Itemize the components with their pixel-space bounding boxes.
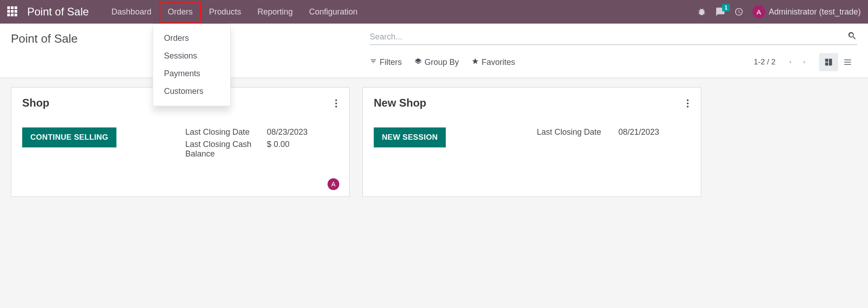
star-icon <box>472 58 479 67</box>
nav-item-configuration[interactable]: Configuration <box>301 2 366 22</box>
top-navbar: Point of Sale Dashboard Orders Products … <box>0 0 868 24</box>
info-value: 08/23/2023 <box>267 127 338 137</box>
dropdown-item-payments[interactable]: Payments <box>153 65 230 83</box>
pager-text[interactable]: 1-2 / 2 <box>754 58 776 67</box>
pager-prev[interactable] <box>785 57 796 68</box>
filters-button[interactable]: Filters <box>370 58 402 67</box>
user-menu[interactable]: A Administrator (test_trade) <box>752 5 861 18</box>
groupby-label: Group By <box>424 58 459 67</box>
nav-item-orders[interactable]: Orders <box>159 2 201 22</box>
new-session-button[interactable]: NEW SESSION <box>374 127 446 147</box>
app-brand[interactable]: Point of Sale <box>27 5 89 18</box>
svg-point-4 <box>687 103 689 104</box>
svg-point-5 <box>687 106 689 108</box>
user-label: Administrator (test_trade) <box>769 7 861 17</box>
debug-icon[interactable] <box>697 7 706 16</box>
nav-item-reporting[interactable]: Reporting <box>249 2 301 22</box>
info-value: 08/21/2023 <box>618 127 690 137</box>
dropdown-item-orders[interactable]: Orders <box>153 29 230 47</box>
search-icon[interactable] <box>847 31 857 43</box>
svg-point-2 <box>335 106 337 108</box>
activity-clock-icon[interactable] <box>734 7 743 16</box>
info-value: $ 0.00 <box>267 140 338 159</box>
avatar: A <box>752 5 765 18</box>
layers-icon <box>415 58 422 67</box>
card-avatar[interactable]: A <box>328 178 339 190</box>
svg-point-3 <box>687 99 689 101</box>
navbar-right: 1 A Administrator (test_trade) <box>697 5 861 18</box>
filters-label: Filters <box>380 58 402 67</box>
messages-badge: 1 <box>722 4 730 11</box>
nav-item-dashboard[interactable]: Dashboard <box>103 2 159 22</box>
card-menu-icon[interactable] <box>683 96 693 113</box>
card-menu-icon[interactable] <box>331 96 341 113</box>
dropdown-item-sessions[interactable]: Sessions <box>153 47 230 65</box>
kanban-area: Shop CONTINUE SELLING Last Closing Date … <box>0 78 868 206</box>
card-title: New Shop <box>374 97 690 109</box>
control-panel: Point of Sale Filters Group By Fav <box>0 24 868 78</box>
funnel-icon <box>370 58 377 67</box>
continue-selling-button[interactable]: CONTINUE SELLING <box>22 127 116 147</box>
info-label: Last Closing Date <box>537 127 614 137</box>
pos-card-new-shop: New Shop NEW SESSION Last Closing Date 0… <box>362 87 701 197</box>
info-label: Last Closing Date <box>185 127 262 137</box>
pager-next[interactable] <box>799 57 810 68</box>
view-kanban[interactable] <box>819 53 838 71</box>
groupby-button[interactable]: Group By <box>415 58 459 67</box>
primary-nav: Dashboard Orders Products Reporting Conf… <box>103 2 366 22</box>
search-bar <box>370 29 857 45</box>
search-input[interactable] <box>370 32 847 42</box>
info-label: Last Closing Cash Balance <box>185 140 262 159</box>
orders-dropdown: Orders Sessions Payments Customers <box>153 24 231 106</box>
svg-point-0 <box>335 99 337 101</box>
messages-icon[interactable]: 1 <box>715 7 725 17</box>
favorites-label: Favorites <box>482 58 515 67</box>
apps-grid-icon[interactable] <box>7 6 18 17</box>
dropdown-item-customers[interactable]: Customers <box>153 83 230 100</box>
view-list[interactable] <box>838 53 857 71</box>
svg-point-1 <box>335 103 337 104</box>
favorites-button[interactable]: Favorites <box>472 58 515 67</box>
nav-item-products[interactable]: Products <box>201 2 249 22</box>
